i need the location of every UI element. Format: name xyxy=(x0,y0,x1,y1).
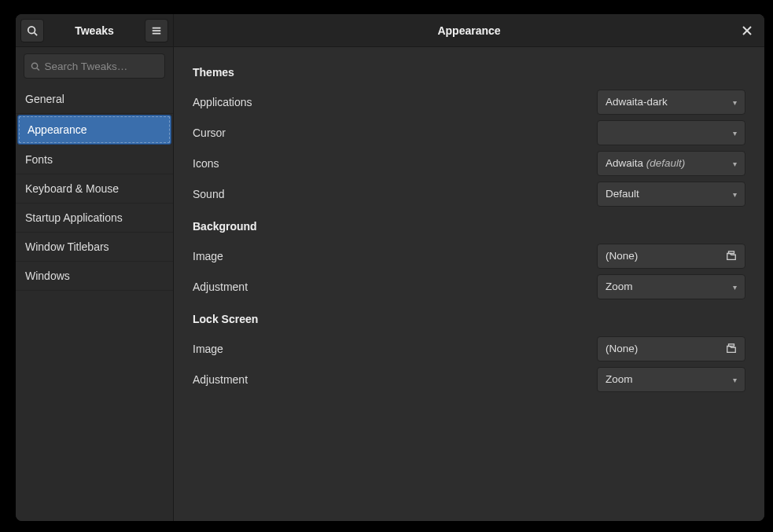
svg-rect-10 xyxy=(729,343,734,346)
sidebar-item-windows[interactable]: Windows xyxy=(16,262,173,291)
search-box[interactable] xyxy=(24,53,165,79)
sound-row: Sound Default ▾ xyxy=(193,178,745,209)
search-wrap xyxy=(16,47,173,85)
hamburger-icon xyxy=(151,25,162,36)
search-input[interactable] xyxy=(45,61,158,72)
titlebar: Tweaks Appearance xyxy=(16,14,764,47)
chevron-down-icon: ▾ xyxy=(733,375,737,383)
file-open-icon xyxy=(726,343,737,354)
applications-row: Applications Adwaita-dark ▾ xyxy=(193,86,745,117)
sidebar-item-fonts[interactable]: Fonts xyxy=(16,145,173,174)
menu-button[interactable] xyxy=(145,19,168,42)
chevron-down-icon: ▾ xyxy=(733,159,737,167)
lockscreen-image-chooser[interactable]: (None) xyxy=(597,336,745,361)
background-image-chooser[interactable]: (None) xyxy=(597,244,745,269)
tweaks-window: Tweaks Appearance xyxy=(16,14,764,521)
background-section-title: Background xyxy=(193,220,745,233)
titlebar-right: Appearance xyxy=(174,14,764,46)
app-title: Tweaks xyxy=(49,24,140,37)
sound-value: Default xyxy=(606,188,639,200)
svg-line-8 xyxy=(37,68,39,70)
file-open-icon xyxy=(726,251,737,262)
chevron-down-icon: ▾ xyxy=(733,128,737,137)
lockscreen-adjustment-value: Zoom xyxy=(606,373,633,385)
background-adjustment-value: Zoom xyxy=(606,281,633,292)
search-icon xyxy=(31,61,40,72)
chevron-down-icon: ▾ xyxy=(733,282,737,291)
sidebar-item-appearance[interactable]: Appearance xyxy=(17,115,171,145)
close-button[interactable] xyxy=(738,21,756,40)
background-image-label: Image xyxy=(193,250,223,262)
background-image-row: Image (None) xyxy=(193,240,745,271)
lockscreen-image-value: (None) xyxy=(606,343,638,354)
icons-label: Icons xyxy=(193,157,219,170)
sidebar-item-window-titlebars[interactable]: Window Titlebars xyxy=(16,233,173,262)
lockscreen-adjustment-label: Adjustment xyxy=(193,373,248,386)
lockscreen-adjustment-row: Adjustment Zoom ▾ xyxy=(193,364,745,394)
sidebar-item-startup-applications[interactable]: Startup Applications xyxy=(16,204,173,233)
lockscreen-image-row: Image (None) xyxy=(193,333,745,364)
lockscreen-adjustment-combo[interactable]: Zoom ▾ xyxy=(597,367,745,392)
sidebar: General Appearance Fonts Keyboard & Mous… xyxy=(16,47,174,521)
cursor-row: Cursor ▾ xyxy=(193,117,745,148)
body: General Appearance Fonts Keyboard & Mous… xyxy=(16,47,764,521)
applications-label: Applications xyxy=(193,96,252,108)
search-toggle-button[interactable] xyxy=(20,19,44,42)
applications-value: Adwaita-dark xyxy=(606,96,668,108)
sound-label: Sound xyxy=(193,188,224,200)
sound-combo[interactable]: Default ▾ xyxy=(597,182,745,207)
background-adjustment-row: Adjustment Zoom ▾ xyxy=(193,271,745,302)
search-icon xyxy=(27,25,38,36)
applications-combo[interactable]: Adwaita-dark ▾ xyxy=(597,90,745,115)
svg-point-7 xyxy=(31,63,37,68)
lockscreen-image-label: Image xyxy=(193,343,223,355)
titlebar-left: Tweaks xyxy=(16,14,174,46)
svg-line-1 xyxy=(35,32,38,35)
cursor-label: Cursor xyxy=(193,127,226,139)
themes-section-title: Themes xyxy=(193,66,745,79)
close-icon xyxy=(742,26,752,35)
background-adjustment-label: Adjustment xyxy=(193,281,248,293)
background-image-value: (None) xyxy=(606,250,638,262)
svg-point-0 xyxy=(28,26,35,33)
sidebar-item-keyboard-mouse[interactable]: Keyboard & Mouse xyxy=(16,174,173,204)
svg-rect-9 xyxy=(729,251,734,253)
icons-value: Adwaita xyxy=(606,157,643,169)
icons-default-suffix: (default) xyxy=(646,157,686,169)
content-area: Themes Applications Adwaita-dark ▾ Curso… xyxy=(174,47,764,521)
lockscreen-section-title: Lock Screen xyxy=(193,313,745,325)
icons-combo[interactable]: Adwaita (default) ▾ xyxy=(597,151,745,176)
background-adjustment-combo[interactable]: Zoom ▾ xyxy=(597,274,745,299)
icons-row: Icons Adwaita (default) ▾ xyxy=(193,148,745,178)
chevron-down-icon: ▾ xyxy=(733,189,737,198)
chevron-down-icon: ▾ xyxy=(733,97,737,106)
page-title: Appearance xyxy=(437,24,500,37)
cursor-combo[interactable]: ▾ xyxy=(597,120,745,145)
sidebar-item-general[interactable]: General xyxy=(16,85,173,114)
